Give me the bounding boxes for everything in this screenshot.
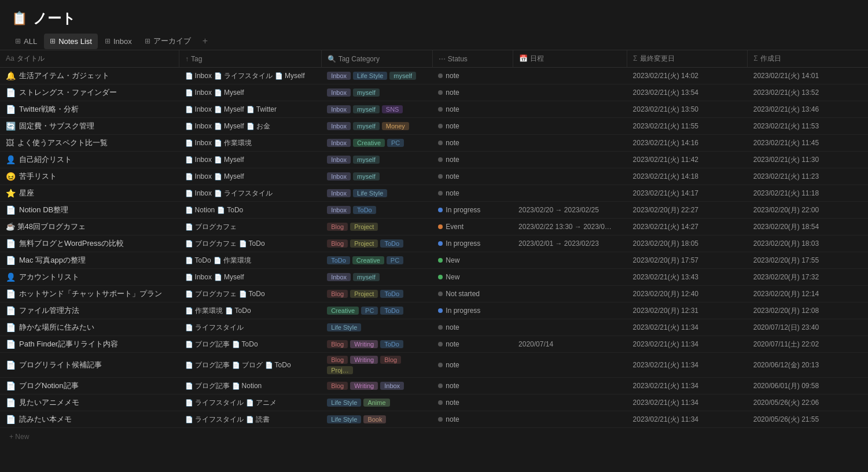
col-header-date[interactable]: 📅日程 bbox=[513, 50, 627, 68]
table-row[interactable]: 📄ファイル管理方法📄作業環境📄ToDoCreativePCToDoIn prog… bbox=[0, 303, 868, 319]
tag-icon: 📄 bbox=[185, 324, 193, 331]
table-row[interactable]: 🔔生活アイテム・ガジェット📄Inbox📄ライフスタイル📄MyselfInboxL… bbox=[0, 68, 868, 84]
table-row[interactable]: 📄ブログNotion記事📄ブログ記事📄NotionBlogWritingInbo… bbox=[0, 378, 868, 394]
cell-tag: 📄Inbox📄ライフスタイル📄Myself bbox=[179, 68, 322, 84]
cell-status: Event bbox=[432, 219, 513, 235]
category-badge: Project bbox=[350, 223, 378, 231]
status-dot bbox=[438, 417, 443, 422]
cell-title: 📄無料ブログとWordPressの比較 bbox=[0, 235, 179, 252]
cell-title: 📄Path Finder記事リライト内容 bbox=[0, 336, 179, 353]
tag-text: Inbox bbox=[195, 89, 212, 97]
tag-item: 📄Inbox bbox=[185, 189, 212, 197]
category-badge: Inbox bbox=[327, 105, 351, 113]
status-dot bbox=[438, 325, 443, 330]
cell-tag: 📄ライフスタイル📄読書 bbox=[179, 411, 322, 428]
cell-status: note bbox=[432, 118, 513, 135]
table-row[interactable]: 📄ブログリライト候補記事📄ブログ記事📄ブログ📄ToDoBlogWritingBl… bbox=[0, 353, 868, 378]
col-header-created[interactable]: Σ作成日 bbox=[748, 50, 868, 68]
tag-item: 📄Inbox bbox=[185, 122, 212, 130]
cell-category: InboxToDo bbox=[321, 202, 432, 219]
status-text: In progress bbox=[446, 307, 480, 315]
tab-notes-list[interactable]: ⊞Notes List bbox=[44, 34, 98, 49]
table-row[interactable]: 📄無料ブログとWordPressの比較📄ブログカフェ📄ToDoBlogProje… bbox=[0, 235, 868, 252]
tag-item: 📄Myself bbox=[214, 122, 244, 130]
tag-icon: 📄 bbox=[225, 307, 233, 315]
status-text: note bbox=[446, 382, 459, 390]
cell-created: 2023/02/20(月) 22:00 bbox=[748, 202, 868, 219]
table-row[interactable]: 🖼よく使うアスペクト比一覧📄Inbox📄作業環境InboxCreativePCn… bbox=[0, 135, 868, 152]
row-icon: 📄 bbox=[6, 289, 16, 298]
tag-item: 📄Myself bbox=[214, 172, 244, 180]
row-icon: 📄 bbox=[6, 306, 16, 315]
tag-item: 📄作業環境 bbox=[214, 138, 252, 148]
table-row[interactable]: ⭐星座📄Inbox📄ライフスタイルInboxLife Stylenote2023… bbox=[0, 185, 868, 202]
tag-text: ライフスタイル bbox=[195, 415, 244, 425]
table-row[interactable]: 📄Twitter戦略・分析📄Inbox📄Myself📄TwitterInboxm… bbox=[0, 101, 868, 118]
tab-archive[interactable]: ⊞アーカイブ bbox=[139, 32, 197, 50]
status-dot bbox=[438, 157, 443, 162]
table-row[interactable]: 📄ホットサンド「チャットサポート」プラン📄ブログカフェ📄ToDoBlogProj… bbox=[0, 286, 868, 303]
add-new-button[interactable]: + New bbox=[0, 428, 868, 445]
tag-text: ToDo bbox=[227, 206, 243, 214]
table-row[interactable]: ☕ 第48回ブログカフェ📄ブログカフェBlogProjectEvent2023/… bbox=[0, 219, 868, 235]
table-row[interactable]: 📄静かな場所に住みたい📄ライフスタイルLife Stylenote2023/02… bbox=[0, 319, 868, 336]
table-row[interactable]: 📄読みたい本メモ📄ライフスタイル📄読書Life StyleBooknote202… bbox=[0, 411, 868, 428]
tag-icon: 📄 bbox=[214, 139, 222, 147]
table-row[interactable]: 📄見たいアニメメモ📄ライフスタイル📄アニメLife StyleAnimenote… bbox=[0, 394, 868, 411]
tag-item: 📄ToDo bbox=[185, 256, 211, 264]
col-header-title[interactable]: Aaタイトル bbox=[0, 50, 179, 68]
table-row[interactable]: 📄ストレングス・ファインダー📄Inbox📄MyselfInboxmyselfno… bbox=[0, 84, 868, 101]
table-row[interactable]: 👤アカウントリスト📄Inbox📄MyselfInboxmyselfNew2023… bbox=[0, 269, 868, 286]
tag-text: ToDo bbox=[195, 256, 211, 264]
tag-text: 作業環境 bbox=[224, 138, 252, 148]
tag-item: 📄作業環境 bbox=[185, 306, 223, 316]
col-header-modified[interactable]: Σ最終変更日 bbox=[627, 50, 748, 68]
cell-modified: 2023/02/21(火) 11:34 bbox=[627, 411, 748, 428]
status-text: note bbox=[446, 139, 459, 147]
cell-title: 📄Notion DB整理 bbox=[0, 202, 179, 219]
cell-tag: 📄ブログ記事📄Notion bbox=[179, 378, 322, 394]
cell-status: Not started bbox=[432, 286, 513, 303]
cell-title: 📄ストレングス・ファインダー bbox=[0, 84, 179, 101]
cell-category: BlogWritingBlogProj… bbox=[321, 353, 432, 378]
tag-icon: 📄 bbox=[185, 106, 193, 113]
table-row[interactable]: 📄Path Finder記事リライト内容📄ブログ記事📄ToDoBlogWriti… bbox=[0, 336, 868, 353]
tag-item: 📄Myself bbox=[214, 156, 244, 164]
tag-icon: 📄 bbox=[185, 416, 193, 423]
row-title-text: ブログリライト候補記事 bbox=[19, 360, 102, 370]
cell-modified: 2023/02/21(火) 11:34 bbox=[627, 378, 748, 394]
col-header-tag[interactable]: ↑Tag bbox=[179, 50, 322, 68]
category-badge: myself bbox=[353, 156, 380, 164]
tag-icon: 📄 bbox=[275, 72, 283, 80]
row-title-text: アカウントリスト bbox=[19, 272, 79, 282]
category-badge: Inbox bbox=[327, 273, 351, 281]
col-header-status[interactable]: ⋯Status bbox=[432, 50, 513, 68]
category-badge: ToDo bbox=[380, 307, 403, 315]
col-header-tag-category[interactable]: 🔍Tag Category bbox=[321, 50, 432, 68]
table-row[interactable]: 📄Mac 写真appの整理📄ToDo📄作業環境ToDoCreativePCNew… bbox=[0, 252, 868, 269]
tag-item: 📄Myself bbox=[214, 273, 244, 281]
category-badge: Proj… bbox=[327, 366, 353, 374]
category-badge: Inbox bbox=[327, 172, 351, 180]
table-row[interactable]: 📄Notion DB整理📄Notion📄ToDoInboxToDoIn prog… bbox=[0, 202, 868, 219]
row-title-text: 見たいアニメメモ bbox=[19, 397, 79, 408]
row-icon: 🖼 bbox=[6, 138, 14, 148]
tag-text: Myself bbox=[285, 72, 305, 80]
cell-modified: 2023/02/21(火) 11:55 bbox=[627, 118, 748, 135]
tab-label: Inbox bbox=[113, 37, 132, 46]
tag-icon: 📄 bbox=[247, 123, 255, 130]
tag-text: ブログ記事 bbox=[195, 360, 230, 370]
row-title-text: ファイル管理方法 bbox=[19, 305, 79, 316]
tab-inbox[interactable]: ⊞Inbox bbox=[99, 34, 138, 49]
table-row[interactable]: 👤自己紹介リスト📄Inbox📄MyselfInboxmyselfnote2023… bbox=[0, 152, 868, 168]
row-icon: ⭐ bbox=[6, 189, 16, 198]
table-row[interactable]: 🔄固定費・サブスク管理📄Inbox📄Myself📄お金InboxmyselfMo… bbox=[0, 118, 868, 135]
tag-text: ToDo bbox=[242, 340, 258, 348]
tab-all[interactable]: ⊞ALL bbox=[9, 34, 43, 49]
row-icon: 📄 bbox=[6, 381, 16, 390]
cell-category: ToDoCreativePC bbox=[321, 252, 432, 269]
add-tab-button[interactable]: + bbox=[198, 32, 212, 50]
tag-text: ライフスタイル bbox=[195, 398, 244, 408]
table-row[interactable]: 😖苦手リスト📄Inbox📄MyselfInboxmyselfnote2023/0… bbox=[0, 168, 868, 185]
cell-modified: 2023/02/21(火) 11:34 bbox=[627, 353, 748, 378]
